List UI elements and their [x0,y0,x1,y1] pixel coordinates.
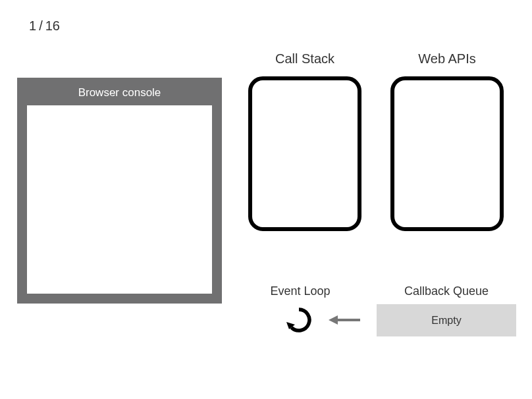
browser-console-output [27,105,212,294]
web-apis-box [390,76,504,231]
callback-queue-status: Empty [431,315,461,327]
event-loop-title: Event Loop [254,284,346,298]
svg-marker-2 [329,315,338,325]
page-total: 16 [45,18,60,34]
call-stack-title: Call Stack [248,51,361,66]
call-stack-box [248,76,361,231]
callback-queue-box: Empty [377,304,516,336]
queue-to-loop-arrow-icon [327,313,361,327]
event-loop-icon [285,306,313,334]
page-separator: / [39,18,43,34]
browser-console-panel: Browser console [17,78,222,304]
page-counter: 1 / 16 [29,18,60,34]
page-current: 1 [29,18,36,34]
callback-queue-title: Callback Queue [381,284,512,298]
browser-console-title: Browser console [17,78,222,107]
web-apis-title: Web APIs [390,51,504,66]
